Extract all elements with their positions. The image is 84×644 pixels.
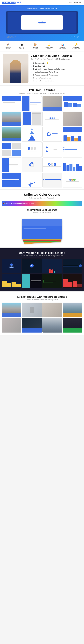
section-breaks-section: Section Breaks with fullscreen photos Le…: [0, 291, 84, 335]
slide-thumb: [63, 112, 82, 126]
check-icon: ✓: [31, 71, 32, 73]
video-section-subtitle: Save Your Time! Watch Tutorials – with R…: [31, 58, 81, 60]
slide-thumb: [43, 127, 62, 142]
dark-slide-thumb: [63, 258, 82, 273]
header-left: ▶ 7 Video Tutorials! Hello: [2, 1, 22, 4]
badge-label: 7 Video Tutorials!: [4, 2, 15, 4]
feature-slides: 🚀 120 UNIQUESLIDES: [1, 43, 15, 50]
slide-thumb: [22, 112, 42, 126]
break-thumb: [63, 318, 82, 332]
slides-section-subtitle: Custom Animations, Tons of Infographics,…: [2, 92, 82, 94]
break-thumb: [43, 302, 62, 317]
check-icon: ✓: [31, 68, 32, 70]
rocket-icon: 🚀: [3, 202, 6, 204]
slide-thumb: [2, 96, 21, 111]
slide-thumb: [2, 112, 21, 126]
check-icon: ✓: [31, 77, 32, 79]
massive-label: massive amountof slides: [5, 36, 17, 38]
color-icon: 🎨: [33, 43, 37, 47]
slide-thumb: [43, 173, 62, 187]
color-picker-bar[interactable]: 🚀 Choose your personal business color: [2, 201, 82, 206]
dark-section-subtitle: Perfect to fit your companys look. Ideal…: [2, 255, 82, 256]
breaks-subtitle: Lead over to the next Section with Stunn…: [2, 299, 82, 300]
logo: Hello: [16, 1, 22, 4]
lightbulb-icon: 💡: [46, 62, 49, 64]
break-thumb: [43, 318, 62, 332]
slide-thumb: [43, 112, 62, 126]
break-thumb: [2, 318, 21, 332]
mockup-inner: Hello: [8, 12, 76, 33]
slide-thumb: [2, 158, 21, 172]
check-icon: ✓: [31, 62, 32, 64]
video-section-title: 7 Step-by-Step Video Tutorials: [31, 54, 81, 58]
stacked-slides: [22, 218, 62, 243]
charts-icon: 📊: [61, 43, 64, 47]
dark-slide-thumb: [43, 274, 62, 288]
slides-section-title: 120 Unique Slides: [2, 88, 82, 92]
slide-thumb: [43, 158, 62, 172]
dark-slide-thumb: [2, 258, 21, 273]
person-photo: [3, 54, 28, 82]
color-section-subtitle: Customize your Business Presentation: [2, 197, 82, 199]
slide-thumb: [2, 173, 21, 187]
list-item: ✓5. Placing Images into Placeholders: [31, 74, 81, 76]
slide-thumb: [63, 96, 82, 111]
color-stacks-container: [2, 216, 82, 247]
format-icon: 🖥: [20, 43, 24, 47]
person-silhouette: [10, 60, 21, 82]
color-options-section: Unlimited Color Options Customize your B…: [0, 189, 84, 247]
slide-thumb: [63, 158, 82, 172]
slide-content: Hello: [38, 20, 46, 24]
hero-section: All You Need in One Presentation | Keyno…: [0, 5, 84, 41]
video-content: 7 Step-by-Step Video Tutorials Save Your…: [31, 54, 81, 82]
dark-icon: 🌙: [47, 43, 51, 47]
break-thumb: [63, 302, 82, 317]
break-thumb: [22, 318, 42, 332]
feature-keynote: 🔑 KEYNOTE 6KEYNOTE 4 PLUS: [69, 43, 83, 50]
check-icon: ✓: [31, 65, 32, 67]
slide-thumb: [63, 127, 82, 142]
hero-mockup: Hello: [6, 11, 78, 34]
break-thumb: [2, 302, 21, 317]
slide-thumb: [63, 142, 82, 157]
check-icon: ✓: [31, 80, 32, 82]
dark-section: Dark Version for each color scheme Perfe…: [0, 247, 84, 292]
video-inner: 7 Step-by-Step Video Tutorials Save Your…: [3, 54, 81, 82]
check-icon: ✓: [31, 74, 32, 76]
picker-label: Choose your personal business color: [6, 202, 34, 204]
dark-slide-thumb: [63, 274, 82, 288]
video-badge: ▶ 7 Video Tutorials!: [2, 2, 16, 4]
play-icon: ▶: [3, 2, 4, 4]
list-item: ✓4. Update Logo using Master Slides: [31, 70, 81, 74]
slides-icon: 🚀: [6, 43, 10, 47]
list-item: ✓3. Integrating Videos, Images and other…: [31, 68, 81, 70]
dark-section-title: Dark Version for each color scheme: [2, 251, 82, 254]
slide-thumb: [2, 127, 21, 142]
slide-thumb: [22, 96, 42, 111]
page-header: ▶ 7 Video Tutorials! Hello 120+ Slides &…: [0, 0, 84, 5]
mockup-slide: Hello: [21, 16, 63, 30]
features-row: 🚀 120 UNIQUESLIDES 🖥 16:9 & 4:3FORMAT 🎨 …: [0, 41, 84, 52]
dark-slide-thumb: [22, 274, 42, 288]
premade-subtitle: 16 Premade Color Schemes: [2, 212, 82, 213]
feature-charts: 📊 EDITABLEDATA CHARTS: [56, 43, 69, 50]
slide-thumb: [43, 96, 62, 111]
keynote-icon: 🔑: [74, 43, 78, 47]
color-section-title: Unlimited Color Options: [2, 193, 82, 196]
slide-thumb: [22, 158, 42, 172]
feature-dark: 🌙 BRIGHT & DARKVERSIONS: [42, 43, 56, 50]
video-person-image: [3, 54, 28, 82]
header-right-text: 120+ Slides & Icons: [69, 2, 82, 4]
slide-thumb: [22, 127, 42, 142]
break-thumb: [22, 302, 42, 317]
breaks-grid: [2, 302, 82, 332]
dark-slides-grid: [2, 258, 82, 288]
list-item: ✓7. How to Remove Animations: [31, 80, 81, 82]
slide-thumb: [43, 142, 62, 157]
premade-title: and Premade Color Schemes: [2, 209, 82, 211]
tutorial-list: ✓1. Getting Started💡 ✓2. Installing Font…: [31, 62, 81, 82]
slide-thumb: [22, 142, 42, 157]
slides-grid: [2, 96, 82, 188]
feature-color: 🎨 16 COLORSCHEMES: [28, 43, 42, 50]
list-item: ✓1. Getting Started💡: [31, 62, 81, 64]
